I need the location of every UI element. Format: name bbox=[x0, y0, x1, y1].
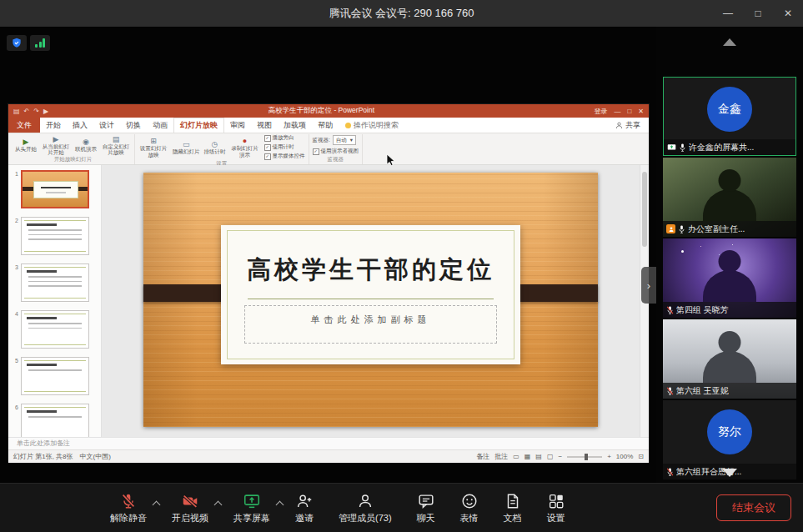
language-indicator[interactable]: 中文(中国) bbox=[80, 452, 111, 461]
avatar: 努尔 bbox=[707, 409, 752, 454]
ppt-share-button[interactable]: 共享 bbox=[607, 118, 649, 133]
tab-help[interactable]: 帮助 bbox=[312, 118, 339, 133]
custom-slideshow-button[interactable]: ▤ 自定义幻灯片放映 bbox=[101, 135, 131, 155]
show-media-controls-checkbox[interactable]: ✓ 显示媒体控件 bbox=[264, 153, 305, 160]
monitor-label: 监视器: bbox=[313, 137, 330, 144]
ribbon-group-monitors: 监视器: 自动 ▾ ✓ 使用演示者视图 bbox=[309, 134, 364, 164]
redo-icon[interactable]: ↷ bbox=[33, 108, 39, 115]
chat-button[interactable]: 聊天 bbox=[409, 492, 444, 524]
tab-insert[interactable]: 插入 bbox=[67, 118, 93, 133]
docs-button[interactable]: 文档 bbox=[495, 492, 530, 524]
video-options-caret[interactable] bbox=[214, 500, 223, 509]
scroll-up-icon[interactable] bbox=[723, 38, 736, 46]
quick-access-toolbar[interactable]: ▤ ↶ ↷ ▶ bbox=[13, 108, 48, 115]
scroll-down-icon[interactable] bbox=[722, 469, 737, 477]
share-screen-button[interactable]: 共享屏幕 bbox=[225, 492, 279, 524]
from-current-slide-button[interactable]: ▶ 从当前幻灯片开始 bbox=[41, 135, 71, 155]
undo-icon[interactable]: ↶ bbox=[24, 108, 30, 115]
record-slideshow-button[interactable]: ● 录制幻灯片演示 bbox=[230, 137, 260, 157]
slide-canvas[interactable]: 高校学生干部的定位 单击此处添加副标题 bbox=[143, 173, 598, 427]
tell-me-search[interactable]: 操作说明搜索 bbox=[339, 118, 405, 133]
slideshow-view-icon[interactable]: ▢ bbox=[547, 453, 554, 460]
slide-thumbnail-2[interactable] bbox=[21, 217, 89, 255]
mic-muted-icon bbox=[666, 386, 674, 396]
tab-animations[interactable]: 动画 bbox=[147, 118, 173, 133]
signal-bars-icon bbox=[35, 38, 45, 48]
tab-file[interactable]: 文件 bbox=[8, 118, 40, 133]
tab-design[interactable]: 设计 bbox=[93, 118, 120, 133]
participant-tile-office-deputy[interactable]: 办公室副主任... bbox=[663, 158, 796, 237]
notes-pane[interactable]: 单击此处添加备注 bbox=[8, 437, 649, 449]
network-signal-icon[interactable] bbox=[30, 35, 50, 51]
participant-tile-jinxin[interactable]: 金鑫 许金鑫的屏幕共... bbox=[663, 77, 796, 156]
normal-view-icon[interactable]: ▭ bbox=[513, 453, 519, 460]
comments-toggle[interactable]: 批注 bbox=[494, 452, 508, 461]
zoom-in-icon[interactable]: + bbox=[607, 453, 611, 460]
clock-icon: ◷ bbox=[212, 140, 218, 148]
notes-toggle[interactable]: 备注 bbox=[476, 452, 489, 461]
presenter-view-checkbox[interactable]: ✓ 使用演示者视图 bbox=[313, 148, 359, 155]
from-beginning-button[interactable]: ▶ 从头开始 bbox=[15, 138, 37, 152]
participant-label: 办公室副主任... bbox=[663, 221, 796, 237]
save-icon[interactable]: ▤ bbox=[13, 108, 20, 115]
reading-view-icon[interactable]: ▤ bbox=[535, 453, 542, 460]
ppt-close-button[interactable]: ✕ bbox=[638, 108, 644, 115]
manage-members-button[interactable]: 管理成员(73) bbox=[330, 492, 400, 524]
participant-tile-wangyani[interactable]: 第六组 王亚妮 bbox=[663, 319, 796, 399]
play-icon: ▶ bbox=[53, 135, 59, 143]
chevron-right-icon: › bbox=[647, 279, 650, 292]
zoom-slider[interactable] bbox=[567, 456, 602, 458]
slide-thumbnail-6[interactable] bbox=[21, 404, 89, 437]
participant-tile-nuer[interactable]: 努尔 第六组拜合恩努... bbox=[663, 400, 796, 479]
invite-button[interactable]: 邀请 bbox=[287, 492, 322, 524]
emoji-icon bbox=[460, 492, 479, 510]
slide-number: 5 bbox=[12, 357, 18, 395]
unmute-button[interactable]: 解除静音 bbox=[102, 492, 155, 524]
slide-thumbnail-1[interactable] bbox=[21, 170, 89, 208]
tab-addins[interactable]: 加载项 bbox=[278, 118, 312, 133]
start-video-button[interactable]: 开启视频 bbox=[163, 492, 217, 524]
zoom-out-icon[interactable]: − bbox=[558, 453, 562, 460]
tab-transitions[interactable]: 切换 bbox=[120, 118, 147, 133]
slide-title[interactable]: 高校学生干部的定位 bbox=[221, 253, 521, 287]
rehearse-timings-button[interactable]: ◷ 排练计时 bbox=[204, 140, 226, 154]
tab-view[interactable]: 视图 bbox=[251, 118, 278, 133]
tab-slideshow[interactable]: 幻灯片放映 bbox=[173, 118, 224, 133]
use-timings-checkbox[interactable]: ✓ 使用计时 bbox=[264, 143, 305, 151]
chevron-down-icon: ▾ bbox=[350, 137, 353, 143]
zoom-level[interactable]: 100% bbox=[616, 453, 633, 460]
sidebar-collapse-handle[interactable]: › bbox=[641, 267, 656, 304]
minimize-button[interactable]: — bbox=[713, 0, 743, 27]
monitor-dropdown[interactable]: 自动 ▾ bbox=[333, 135, 356, 145]
hide-slide-button[interactable]: ▭ 隐藏幻灯片 bbox=[173, 140, 200, 154]
ppt-signin-button[interactable]: 登录 bbox=[594, 107, 607, 116]
settings-button[interactable]: 设置 bbox=[539, 492, 574, 524]
ppt-window-controls: 登录 — □ ✕ bbox=[594, 107, 644, 116]
tab-review[interactable]: 审阅 bbox=[224, 118, 251, 133]
slide-subtitle-placeholder[interactable]: 单击此处添加副标题 bbox=[244, 305, 496, 344]
present-online-button[interactable]: ◉ 联机演示 bbox=[75, 138, 97, 152]
share-options-caret[interactable] bbox=[276, 500, 284, 509]
tab-home[interactable]: 开始 bbox=[40, 118, 67, 133]
close-button[interactable]: ✕ bbox=[773, 0, 803, 27]
setup-slideshow-button[interactable]: ⊞ 设置幻灯片放映 bbox=[138, 137, 168, 157]
slide-sorter-view-icon[interactable]: ▦ bbox=[524, 453, 531, 460]
maximize-button[interactable]: □ bbox=[743, 0, 773, 27]
invite-icon bbox=[295, 492, 314, 510]
slide-thumbnail-3[interactable] bbox=[21, 263, 89, 302]
ppt-minimize-button[interactable]: — bbox=[614, 108, 620, 115]
end-meeting-button[interactable]: 结束会议 bbox=[716, 494, 791, 521]
checkbox-checked-icon: ✓ bbox=[313, 148, 319, 155]
person-icon bbox=[615, 122, 623, 129]
mic-options-caret[interactable] bbox=[153, 500, 161, 509]
slide-number: 1 bbox=[12, 170, 18, 208]
security-shield-icon[interactable] bbox=[7, 35, 27, 51]
mic-muted-icon bbox=[666, 305, 674, 315]
emoji-button[interactable]: 表情 bbox=[452, 492, 487, 524]
ppt-maximize-button[interactable]: □ bbox=[627, 108, 631, 115]
fit-slide-icon[interactable]: ⊡ bbox=[638, 453, 644, 460]
slide-thumbnail-5[interactable] bbox=[21, 357, 89, 395]
participant-tile-wuxiaofang[interactable]: 第四组 吴晓芳 bbox=[663, 238, 796, 318]
play-narrations-checkbox[interactable]: ✓ 播放旁白 bbox=[264, 134, 305, 142]
slide-thumbnail-4[interactable] bbox=[21, 310, 89, 349]
